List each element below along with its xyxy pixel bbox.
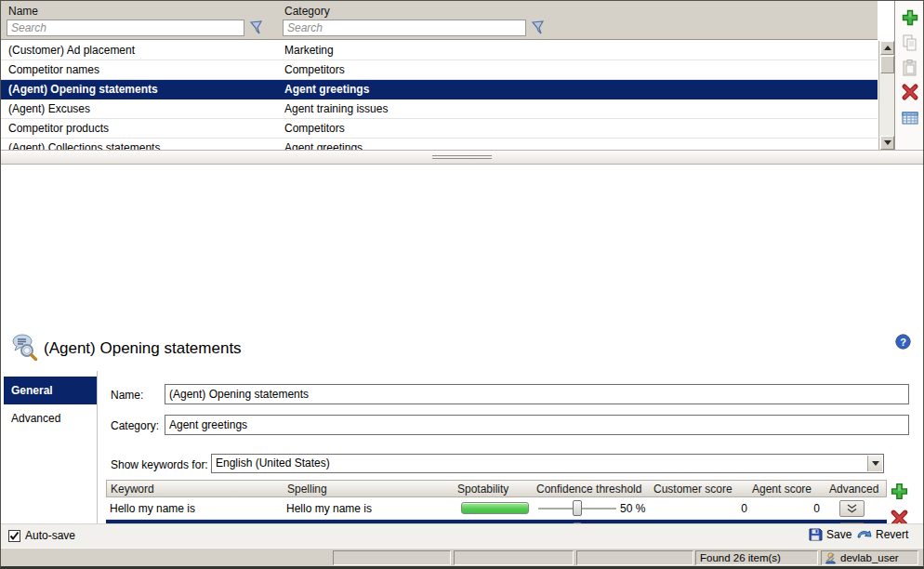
resize-grip[interactable]	[825, 552, 835, 562]
table-row[interactable]: Competitor productsCompetitors	[1, 119, 878, 139]
grid-icon[interactable]	[901, 109, 919, 127]
keyword-set-detail-panel: (Agent) Opening statements ? General Adv…	[1, 165, 923, 523]
scroll-down-button[interactable]	[880, 136, 894, 150]
col-agent-score: Agent score	[752, 483, 812, 496]
save-button[interactable]: Save	[808, 527, 851, 542]
keyword-set-list: (Customer) Ad placementMarketingCompetit…	[1, 41, 878, 150]
filter-icon[interactable]	[248, 20, 265, 35]
confidence-slider[interactable]	[538, 497, 616, 520]
paste-icon[interactable]	[901, 59, 919, 77]
keyword-cell: Hello my name is	[110, 502, 195, 515]
list-toolbar	[894, 1, 923, 150]
found-count: Found 26 item(s)	[695, 550, 818, 565]
row-category: Agent training issues	[284, 102, 388, 115]
name-column-header: Name	[8, 5, 38, 18]
table-row[interactable]: (Agent) ExcusesAgent training issues	[1, 99, 878, 119]
check-icon	[9, 531, 20, 541]
footer-bar: Auto-save Save Revert	[1, 523, 923, 548]
row-category: Competitors	[284, 63, 345, 76]
row-category: Agent greetings	[284, 83, 369, 96]
pane-splitter[interactable]	[1, 150, 923, 165]
vertical-scrollbar[interactable]	[878, 41, 894, 150]
username: devlab_user	[840, 552, 899, 563]
scroll-thumb[interactable]	[880, 56, 894, 73]
svg-text:?: ?	[900, 337, 906, 348]
table-row[interactable]: (Customer) Ad placementMarketing	[1, 41, 878, 60]
keyword-table-header: Keyword Spelling Spotability Confidence …	[106, 480, 887, 497]
chevron-down-icon[interactable]	[867, 456, 882, 471]
col-keyword: Keyword	[111, 483, 154, 496]
revert-label: Revert	[876, 528, 908, 541]
row-category: Competitors	[284, 122, 345, 135]
page-title: (Agent) Opening statements	[44, 339, 242, 358]
col-confidence: Confidence threshold	[536, 483, 641, 496]
list-header: Name Category	[1, 1, 878, 40]
spotability-bar	[461, 502, 529, 514]
row-name: (Agent) Opening statements	[8, 83, 158, 96]
row-name: (Agent) Excuses	[8, 102, 90, 115]
table-row[interactable]: (Agent) Opening statementsAgent greeting…	[1, 80, 878, 99]
scroll-up-button[interactable]	[880, 41, 894, 55]
name-field[interactable]	[165, 384, 909, 404]
col-customer-score: Customer score	[653, 483, 733, 496]
row-name: Competitor names	[8, 63, 99, 76]
add-icon[interactable]	[901, 8, 919, 27]
tab-general[interactable]: General	[4, 377, 97, 404]
table-row[interactable]: Competitor namesCompetitors	[1, 60, 878, 80]
table-row[interactable]: (Agent) Collections statementsAgent gree…	[1, 139, 878, 150]
status-panel	[333, 550, 451, 565]
help-icon[interactable]: ?	[895, 334, 911, 350]
save-label: Save	[826, 528, 851, 541]
row-name: Competitor products	[8, 122, 109, 135]
customer-score-value: 0	[664, 502, 747, 515]
name-field-label: Name:	[111, 389, 143, 402]
advanced-toggle-button[interactable]	[839, 500, 865, 517]
status-panel	[576, 550, 693, 565]
user-panel: devlab_user	[821, 550, 918, 565]
autosave-label: Auto-save	[25, 529, 75, 542]
application-window: Name Category (Customer) Ad placementMar…	[0, 0, 924, 569]
category-column-header: Category	[284, 5, 330, 18]
autosave-checkbox[interactable]	[8, 530, 20, 542]
category-field[interactable]	[165, 415, 909, 435]
language-select-value: English (United States)	[216, 457, 330, 470]
revert-icon	[856, 527, 872, 541]
add-keyword-icon[interactable]	[890, 482, 909, 501]
tab-advanced[interactable]: Advanced	[4, 404, 97, 432]
col-spotability: Spotability	[457, 483, 508, 496]
row-name: (Customer) Ad placement	[8, 44, 135, 57]
col-advanced: Advanced	[829, 483, 878, 496]
confidence-value: 50 %	[620, 502, 645, 515]
spelling-cell: Hello my name is	[286, 502, 372, 515]
delete-icon[interactable]	[901, 83, 919, 101]
col-spelling: Spelling	[287, 483, 327, 496]
row-category: Marketing	[284, 44, 334, 57]
keyword-set-icon	[8, 333, 42, 361]
copy-icon[interactable]	[901, 33, 919, 52]
row-name: (Agent) Collections statements	[8, 141, 160, 150]
keyword-set-pane: Name Category (Customer) Ad placementMar…	[1, 1, 923, 150]
keywords-for-label: Show keywords for:	[111, 458, 208, 471]
category-search-input[interactable]	[283, 20, 526, 36]
status-panel	[454, 550, 574, 565]
language-select[interactable]: English (United States)	[211, 454, 884, 473]
revert-button[interactable]: Revert	[856, 527, 908, 541]
keyword-row[interactable]: Hello my name isHello my name is50 %00	[106, 497, 887, 520]
status-bar: Found 26 item(s) devlab_user	[1, 548, 923, 567]
category-field-label: Category:	[111, 419, 159, 432]
agent-score-value: 0	[757, 502, 820, 515]
name-search-input[interactable]	[7, 20, 244, 36]
row-category: Agent greetings	[284, 141, 363, 150]
save-icon	[808, 527, 823, 542]
slider-thumb[interactable]	[573, 500, 582, 516]
filter-icon[interactable]	[530, 20, 547, 35]
